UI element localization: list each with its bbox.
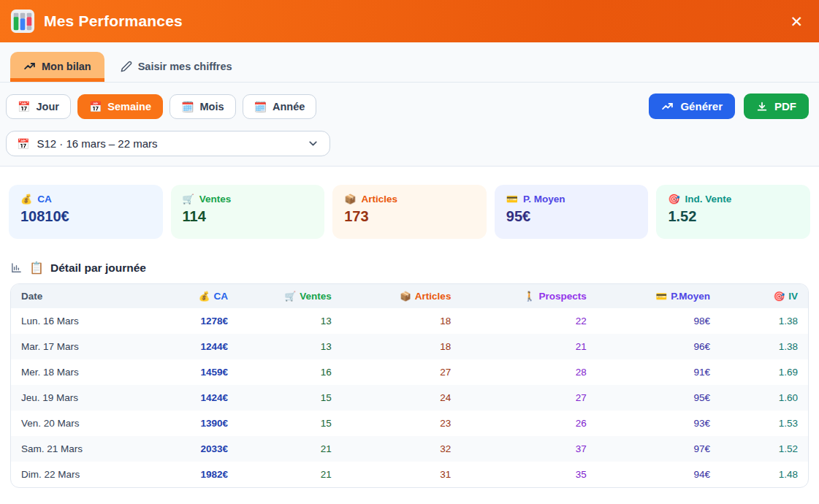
kpi-label: P. Moyen: [523, 194, 565, 205]
date-cell: Jeu. 19 Mars: [11, 385, 146, 411]
week-selector[interactable]: 📅 S12 · 16 mars – 22 mars: [6, 131, 330, 156]
kpi-value: 1.52: [668, 208, 799, 225]
pmoyen-cell: 95€: [597, 385, 720, 411]
credit-card-icon: 💳: [506, 194, 518, 205]
kpi-value: 173: [344, 208, 475, 225]
prospects-cell: 35: [461, 462, 596, 487]
articles-cell: 24: [342, 385, 462, 411]
tab-saisir-chiffres[interactable]: Saisir mes chiffres: [109, 53, 244, 82]
iv-cell: 1.48: [720, 462, 808, 487]
trending-up-icon: [661, 100, 674, 112]
dialog-header: Mes Performances ✕: [0, 0, 819, 42]
period-button-jour[interactable]: 📅 Jour: [6, 94, 71, 119]
kpi-value: 95€: [506, 208, 637, 225]
pmoyen-cell: 98€: [597, 308, 720, 334]
table-row: Dim. 22 Mars1982€21313594€1.48: [11, 462, 808, 487]
prospects-cell: 27: [461, 385, 596, 411]
kpi-label: Ind. Vente: [685, 194, 732, 205]
money-bag-icon: 💰: [20, 194, 32, 205]
table-header-row: Date 💰CA 🛒Ventes 📦Articles 🚶Prospects 💳P…: [11, 284, 808, 308]
ca-cell: 1424€: [146, 385, 237, 411]
package-icon: 📦: [344, 194, 356, 205]
close-icon[interactable]: ✕: [787, 11, 806, 32]
col-header-iv: 🎯IV: [720, 284, 808, 308]
period-button-semaine[interactable]: 📅 Semaine: [77, 94, 163, 119]
week-selector-value: S12 · 16 mars – 22 mars: [37, 137, 300, 150]
kpi-label: Ventes: [199, 194, 232, 205]
table-row: Mer. 18 Mars1459€16272891€1.69: [11, 359, 808, 385]
ca-cell: 1459€: [146, 359, 237, 385]
kpi-card-articles: 📦Articles 173: [332, 185, 487, 239]
walking-person-icon: 🚶: [524, 291, 536, 302]
calendar-icon: 🗓️: [254, 101, 267, 112]
tab-label: Mon bilan: [42, 61, 91, 72]
table-row: Lun. 16 Mars1278€13182298€1.38: [11, 308, 808, 334]
col-header-pmoyen: 💳P.Moyen: [597, 284, 720, 308]
dialog-title: Mes Performances: [44, 12, 787, 30]
iv-cell: 1.69: [720, 359, 808, 385]
generate-button[interactable]: Générer: [649, 93, 735, 119]
money-bag-icon: 💰: [199, 291, 210, 302]
kpi-card-ventes: 🛒Ventes 114: [171, 185, 325, 239]
pdf-button[interactable]: PDF: [744, 93, 809, 119]
articles-cell: 32: [342, 436, 462, 462]
calendar-icon: 🗓️: [181, 101, 194, 112]
ventes-cell: 15: [238, 411, 342, 436]
period-button-mois[interactable]: 🗓️ Mois: [169, 94, 236, 119]
period-label: Mois: [199, 101, 224, 112]
kpi-value: 10810€: [20, 208, 151, 225]
calendar-icon: 📅: [89, 101, 102, 112]
detail-table: Date 💰CA 🛒Ventes 📦Articles 🚶Prospects 💳P…: [10, 283, 809, 488]
tab-mon-bilan[interactable]: Mon bilan: [10, 52, 104, 82]
performance-dialog: Mes Performances ✕ Mon bilan Saisir mes …: [0, 0, 819, 504]
date-cell: Mar. 17 Mars: [11, 334, 146, 359]
ventes-cell: 13: [238, 334, 342, 359]
articles-cell: 23: [342, 411, 462, 436]
pmoyen-cell: 91€: [597, 359, 720, 385]
action-group: Générer PDF: [649, 93, 809, 119]
ventes-cell: 21: [238, 462, 342, 487]
section-title-text: Détail par journée: [50, 261, 146, 275]
ventes-cell: 15: [238, 385, 342, 411]
articles-cell: 27: [342, 359, 462, 385]
kpi-card-ca: 💰CA 10810€: [9, 185, 163, 239]
date-cell: Lun. 16 Mars: [11, 308, 146, 334]
trending-up-icon: [23, 60, 36, 72]
bar-chart-app-icon: [10, 9, 35, 34]
articles-cell: 31: [342, 462, 462, 487]
iv-cell: 1.60: [720, 385, 808, 411]
chevron-down-icon: [307, 137, 319, 150]
package-icon: 📦: [400, 291, 411, 302]
pmoyen-cell: 94€: [597, 462, 720, 487]
clipboard-icon: 📋: [29, 261, 44, 275]
ca-cell: 2033€: [146, 436, 237, 462]
kpi-card-ind-vente: 🎯Ind. Vente 1.52: [656, 185, 810, 239]
prospects-cell: 37: [461, 436, 596, 462]
kpi-label: Articles: [361, 194, 397, 205]
col-header-ventes: 🛒Ventes: [238, 284, 342, 308]
ca-cell: 1244€: [146, 334, 237, 359]
kpi-row: 💰CA 10810€ 🛒Ventes 114 📦Articles 173 💳P.…: [9, 185, 810, 239]
pdf-label: PDF: [774, 100, 796, 112]
tab-bar: Mon bilan Saisir mes chiffres: [0, 42, 819, 83]
articles-cell: 18: [342, 308, 462, 334]
prospects-cell: 21: [461, 334, 596, 359]
detail-section-title: 📋 Détail par journée: [10, 261, 809, 275]
period-button-annee[interactable]: 🗓️ Année: [243, 94, 317, 119]
ca-cell: 1390€: [146, 411, 237, 436]
target-icon: 🎯: [668, 194, 679, 205]
ventes-cell: 16: [238, 359, 342, 385]
ventes-cell: 21: [238, 436, 342, 462]
ca-cell: 1982€: [146, 462, 237, 487]
date-cell: Sam. 21 Mars: [11, 436, 146, 462]
pmoyen-cell: 93€: [597, 411, 720, 436]
bar-chart-icon: [10, 261, 23, 274]
calendar-icon: 📅: [18, 101, 30, 112]
tab-label: Saisir mes chiffres: [138, 61, 232, 72]
toolbar: 📅 Jour 📅 Semaine 🗓️ Mois 🗓️ Année: [0, 83, 819, 167]
generate-label: Générer: [680, 100, 723, 112]
col-header-ca: 💰CA: [146, 284, 237, 308]
period-label: Semaine: [107, 101, 151, 112]
shopping-cart-icon: 🛒: [285, 291, 297, 302]
col-header-prospects: 🚶Prospects: [461, 284, 596, 308]
